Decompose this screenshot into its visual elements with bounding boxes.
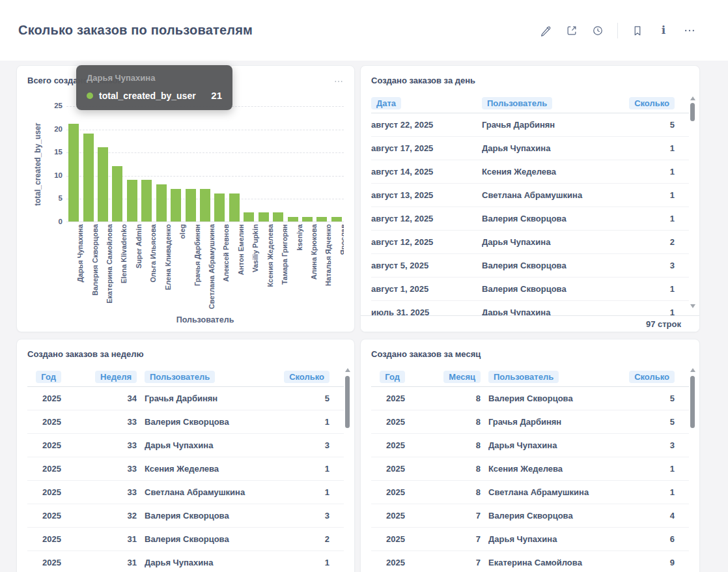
x-tick: Тамара Григорян [271, 224, 285, 311]
table-cell: август 13, 2025 [371, 190, 474, 200]
column-header-pill[interactable]: Пользователь [145, 371, 215, 383]
month-table-title: Создано заказов за месяц [361, 339, 699, 359]
bar[interactable] [156, 184, 167, 222]
toolbar: i [535, 20, 700, 41]
card-menu-button[interactable] [331, 74, 346, 91]
more-button[interactable] [679, 20, 700, 41]
table-cell: Светлана Абрамушкина [488, 487, 621, 497]
table-cell: 3 [629, 261, 675, 270]
table-cell: 2025 [371, 511, 405, 521]
column-header-pill[interactable]: Год [380, 371, 405, 383]
scroll-up-arrow[interactable] [690, 96, 695, 100]
bar[interactable] [186, 189, 196, 222]
x-tick: Алина Крюкова [300, 224, 315, 311]
column-header-pill[interactable]: Месяц [443, 371, 481, 383]
column-header-pill[interactable]: Пользователь [482, 97, 552, 109]
bar[interactable] [200, 189, 210, 222]
table-cell: 2025 [371, 558, 405, 567]
bar[interactable] [127, 180, 137, 222]
page-title: Сколько заказов по пользователям [18, 23, 253, 38]
bar-slot [242, 212, 256, 222]
scroll-up-arrow[interactable] [345, 368, 350, 372]
bar[interactable] [244, 212, 254, 222]
column-header-pill[interactable]: Дата [371, 97, 401, 109]
x-tick: Антон Емелин [227, 224, 242, 311]
scrollbar-thumb[interactable] [690, 376, 695, 428]
table-cell: Екатерина Самойлова [488, 558, 621, 567]
y-tick-label: 15 [44, 148, 63, 156]
bar[interactable] [302, 217, 313, 222]
bar[interactable] [273, 212, 283, 222]
bar[interactable] [83, 134, 94, 222]
bar[interactable] [171, 189, 181, 222]
table-body: август 22, 2025Грачья Дарбинян5август 17… [371, 113, 689, 317]
toolbar-divider [617, 23, 618, 38]
bar-slot [110, 166, 124, 222]
bar[interactable] [98, 147, 108, 222]
scroll-down-arrow[interactable] [690, 304, 695, 308]
table-row: август 22, 2025Грачья Дарбинян5 [371, 113, 689, 137]
table-cell: 2025 [371, 487, 405, 497]
table-cell: 2025 [371, 393, 405, 403]
table-cell: 7 [413, 558, 481, 567]
bookmark-button[interactable] [627, 20, 648, 41]
table-cell: Валерия Скворцова [145, 534, 276, 544]
edit-button[interactable] [535, 20, 556, 41]
bar[interactable] [141, 180, 152, 222]
tooltip-row: total_created_by_user 21 [87, 90, 222, 101]
chart-tooltip: Дарья Чупахина total_created_by_user 21 [76, 65, 232, 110]
table-cell: 34 [69, 393, 137, 403]
bar[interactable] [214, 193, 225, 222]
table-cell: Дарья Чупахина [488, 440, 621, 450]
column-header: Год [27, 371, 61, 383]
table-cell: 33 [69, 464, 137, 474]
table-row: 20258Светлана Абрамушкина1 [371, 481, 689, 504]
table-cell: 5 [629, 120, 675, 130]
table-cell: Дарья Чупахина [488, 534, 621, 544]
table-cell: Ксения Жеделева [145, 464, 276, 474]
open-in-new-button[interactable] [561, 20, 582, 41]
table-cell: 7 [413, 511, 481, 521]
bar[interactable] [112, 166, 122, 222]
table-row: август 5, 2025Валерия Скворцова3 [371, 254, 689, 278]
history-button[interactable] [587, 20, 608, 41]
table-cell: 1 [284, 417, 329, 427]
week-table-title: Создано заказов за неделю [17, 339, 354, 359]
column-header-pill[interactable]: Год [36, 371, 61, 383]
table-footer: 97 строк [361, 315, 699, 332]
table-cell: август 12, 2025 [371, 237, 474, 247]
info-button[interactable]: i [653, 20, 674, 41]
bar[interactable] [229, 193, 240, 222]
table-cell: 1 [284, 558, 329, 567]
column-header-pill[interactable]: Пользователь [488, 371, 559, 383]
bar[interactable] [288, 217, 298, 222]
ellipsis-icon [683, 24, 696, 37]
table-cell: август 17, 2025 [371, 143, 474, 153]
day-table-title: Создано заказов за день [361, 66, 699, 85]
bar[interactable] [68, 124, 79, 222]
bar-slot [315, 217, 329, 222]
bar-slot [198, 189, 212, 222]
column-header-pill[interactable]: Сколько [629, 371, 675, 383]
column-header: Сколько [629, 97, 675, 109]
table-row: июль 31, 2025Дарья Чупахина1 [371, 301, 689, 317]
scroll-up-arrow[interactable] [690, 368, 695, 372]
column-header-pill[interactable]: Сколько [629, 97, 675, 109]
table-row: август 17, 2025Дарья Чупахина1 [371, 137, 689, 160]
table-cell: 1 [629, 487, 675, 497]
table-cell: 8 [413, 417, 481, 427]
column-header-pill[interactable]: Сколько [284, 371, 329, 383]
bar[interactable] [316, 217, 327, 222]
bar-slot [169, 189, 183, 222]
table-row: август 14, 2025Ксения Жеделева1 [371, 160, 689, 184]
bar[interactable] [259, 212, 269, 222]
bar[interactable] [331, 217, 342, 222]
scrollbar-thumb[interactable] [345, 376, 350, 428]
column-header: Сколько [629, 371, 675, 383]
x-tick: Elena Klivadenko [110, 224, 124, 311]
tooltip-value: 21 [211, 90, 222, 101]
column-header-pill[interactable]: Неделя [95, 371, 137, 383]
scrollbar-thumb[interactable] [690, 103, 695, 121]
table-cell: 5 [629, 393, 675, 403]
bars [66, 106, 344, 222]
